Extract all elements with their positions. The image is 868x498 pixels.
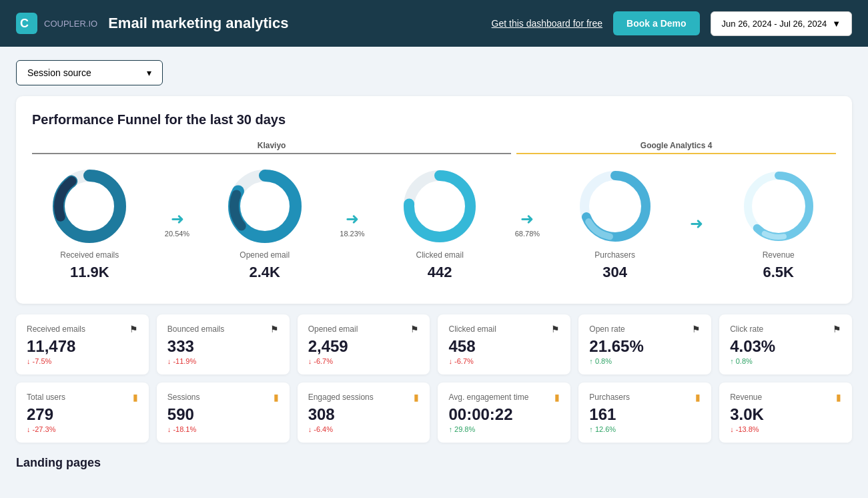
donut-opened	[225, 166, 305, 246]
session-source-label: Session source	[27, 67, 91, 78]
funnel-label-purchasers: Purchasers	[594, 250, 635, 260]
metric-icon-4: ▮	[695, 392, 701, 403]
session-source-dropdown[interactable]: Session source ▾	[16, 60, 163, 85]
metric-change-5: ↓ -13.8%	[730, 425, 841, 433]
metric-value-5: 3.0K	[730, 405, 841, 424]
metric-icon-1: ⚑	[270, 324, 279, 334]
funnel-value-opened: 2.4K	[249, 264, 280, 281]
metric-value-2: 2,459	[308, 337, 420, 356]
metrics-row-2: Total users ▮ 279 ↓ -27.3% Sessions ▮ 59…	[16, 383, 852, 443]
funnel-label-clicked: Clicked email	[416, 250, 463, 260]
metric-value-1: 590	[167, 405, 279, 424]
page-title: Email marketing analytics	[108, 15, 480, 32]
metric-icon-5: ▮	[836, 392, 841, 403]
arrow-right-icon-4: ➜	[690, 214, 703, 233]
arrow-right-icon-2: ➜	[346, 210, 359, 228]
metric-change-3: ↓ -6.7%	[448, 357, 560, 365]
metric-label-5: Click rate	[730, 324, 763, 334]
metric-card-4: Open rate ⚑ 21.65% ↑ 0.8%	[578, 314, 711, 375]
metric-label-5: Revenue	[730, 393, 762, 402]
metric-label-3: Avg. engagement time	[448, 393, 528, 402]
metric-change-2: ↓ -6.4%	[308, 425, 420, 433]
arrow-right-icon-1: ➜	[171, 210, 184, 228]
metric-value-4: 161	[589, 405, 701, 424]
metric-label-4: Open rate	[589, 324, 624, 334]
funnel-card: Performance Funnel for the last 30 days …	[16, 96, 852, 304]
metric-icon-3: ⚑	[551, 324, 560, 334]
logo-text: COUPLER.IO	[44, 19, 97, 29]
funnel-arrow-4: ➜	[690, 214, 703, 233]
metric-icon-5: ⚑	[833, 324, 841, 334]
metric-icon-2: ▮	[414, 392, 419, 403]
landing-pages-title: Landing pages	[16, 451, 852, 473]
metric-change-4: ↑ 0.8%	[589, 357, 701, 365]
app-header: C COUPLER.IO Email marketing analytics G…	[0, 0, 868, 47]
metric-header-3: Clicked email ⚑	[448, 324, 560, 334]
arrow-right-icon-3: ➜	[520, 210, 534, 228]
funnel-title: Performance Funnel for the last 30 days	[32, 112, 836, 128]
funnel-item-purchasers: Purchasers 304	[575, 166, 655, 281]
book-demo-button[interactable]: Book a Demo	[613, 11, 699, 35]
funnel-label-opened: Opened email	[240, 250, 290, 260]
metric-label-4: Purchasers	[589, 393, 630, 402]
metric-header-3: Avg. engagement time ▮	[448, 392, 560, 403]
metric-value-4: 21.65%	[589, 337, 701, 356]
metric-header-0: Received emails ⚑	[27, 324, 138, 334]
metric-change-5: ↑ 0.8%	[730, 357, 841, 365]
funnel-item-received: Received emails 11.9K	[49, 166, 129, 281]
metric-label-2: Engaged sessions	[308, 393, 374, 402]
funnel-arrow-2: ➜ 18.23%	[340, 210, 364, 238]
funnel-item-revenue: Revenue 6.5K	[739, 166, 819, 281]
metric-card-3: Avg. engagement time ▮ 00:00:22 ↑ 29.8%	[438, 383, 570, 443]
funnel-value-received: 11.9K	[70, 264, 109, 281]
donut-received	[49, 166, 129, 246]
metric-icon-4: ⚑	[692, 324, 701, 334]
metric-label-1: Sessions	[167, 393, 200, 402]
date-range-picker[interactable]: Jun 26, 2024 - Jul 26, 2024 ▼	[711, 11, 852, 36]
landing-pages-section: Landing pages	[16, 451, 852, 473]
klaviyo-source-label: Klaviyo	[32, 141, 511, 154]
metric-card-2: Opened email ⚑ 2,459 ↓ -6.7%	[298, 314, 430, 375]
metric-icon-0: ▮	[133, 392, 138, 403]
funnel-sources: Klaviyo Google Analytics 4	[32, 141, 836, 154]
metric-change-1: ↓ -11.9%	[167, 357, 279, 365]
funnel-label-received: Received emails	[60, 250, 119, 260]
metric-header-5: Revenue ▮	[730, 392, 841, 403]
metric-card-1: Bounced emails ⚑ 333 ↓ -11.9%	[157, 314, 290, 375]
dashboard-free-link[interactable]: Get this dashboard for free	[492, 18, 603, 29]
metric-header-1: Sessions ▮	[167, 392, 279, 403]
funnel-arrow-1: ➜ 20.54%	[165, 210, 189, 238]
metric-icon-1: ▮	[274, 392, 279, 403]
metric-value-5: 4.03%	[730, 337, 841, 356]
funnel-value-revenue: 6.5K	[763, 264, 793, 281]
metric-card-3: Clicked email ⚑ 458 ↓ -6.7%	[438, 314, 570, 375]
funnel-item-opened: Opened email 2.4K	[225, 166, 305, 281]
metric-label-2: Opened email	[308, 324, 358, 334]
metric-label-0: Total users	[27, 393, 65, 402]
funnel-pct-2: 18.23%	[340, 230, 364, 238]
coupler-logo-icon: C	[16, 13, 37, 34]
metric-change-3: ↑ 29.8%	[448, 425, 560, 433]
metric-header-4: Open rate ⚑	[589, 324, 701, 334]
metric-card-0: Received emails ⚑ 11,478 ↓ -7.5%	[16, 314, 149, 375]
metric-icon-0: ⚑	[129, 324, 138, 334]
funnel-value-purchasers: 304	[602, 264, 627, 281]
metric-card-0: Total users ▮ 279 ↓ -27.3%	[16, 383, 149, 443]
metric-value-3: 00:00:22	[448, 405, 560, 424]
metric-change-0: ↓ -7.5%	[27, 357, 138, 365]
metric-change-1: ↓ -18.1%	[167, 425, 279, 433]
main-content: Session source ▾ Performance Funnel for …	[0, 47, 868, 486]
funnel-item-clicked: Clicked email 442	[400, 166, 480, 281]
metric-header-1: Bounced emails ⚑	[167, 324, 279, 334]
metric-label-3: Clicked email	[448, 324, 496, 334]
metric-header-2: Engaged sessions ▮	[308, 392, 420, 403]
donut-purchasers	[575, 166, 655, 246]
chevron-down-icon: ▼	[832, 19, 841, 29]
dropdown-arrow-icon: ▾	[147, 67, 151, 78]
metric-card-2: Engaged sessions ▮ 308 ↓ -6.4%	[298, 383, 430, 443]
metric-value-0: 279	[27, 405, 138, 424]
ga4-source-label: Google Analytics 4	[516, 141, 836, 154]
funnel-pct-3: 68.78%	[515, 230, 540, 238]
metric-value-2: 308	[308, 405, 420, 424]
metric-value-0: 11,478	[27, 337, 138, 356]
